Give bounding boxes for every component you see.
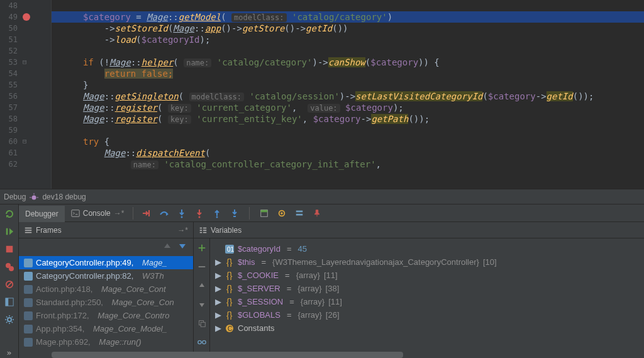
- layout-button[interactable]: [4, 296, 15, 308]
- frame-row[interactable]: Standard.php:250, Mage_Core_Con: [19, 296, 193, 309]
- variable-row[interactable]: ▶ C Constants: [210, 322, 644, 335]
- variable-row[interactable]: ▶ {} $_SESSION = {array} [11]: [210, 295, 644, 308]
- line-number: 54: [0, 68, 21, 79]
- svg-rect-24: [296, 213, 303, 215]
- svg-rect-33: [24, 325, 33, 333]
- variable-row[interactable]: ▶ {} $GLOBALS = {array} [26]: [210, 308, 644, 322]
- param-hint: modelClass:: [231, 13, 286, 22]
- scrollbar-thumb[interactable]: [52, 352, 403, 358]
- keyword: try: [83, 137, 99, 147]
- svg-rect-13: [72, 210, 79, 216]
- fold-icon[interactable]: ⊟: [23, 136, 27, 147]
- variable-type: {W3Themes_Layerednavigationajax_Category…: [272, 257, 479, 267]
- evaluate-icon[interactable]: [258, 208, 270, 219]
- frame-down-button[interactable]: [178, 242, 187, 250]
- step-over-icon[interactable]: [158, 208, 170, 219]
- force-step-into-icon[interactable]: [194, 208, 205, 219]
- variable-suffix: [11]: [324, 271, 338, 280]
- frame-row[interactable]: Action.php:418, Mage_Core_Cont: [19, 282, 193, 296]
- expand-icon[interactable]: ▶: [215, 271, 221, 280]
- frame-location: App.php:354,: [36, 322, 84, 335]
- equals: =: [287, 284, 292, 293]
- expand-icon[interactable]: ▶: [215, 257, 221, 267]
- frames-title: Frames: [36, 226, 62, 235]
- frames-list[interactable]: CategoryController.php:49, Mage_ Categor…: [19, 254, 193, 358]
- tab-console[interactable]: Console →*: [65, 204, 131, 222]
- frame-row[interactable]: CategoryController.php:49, Mage_: [19, 256, 193, 269]
- variable-row[interactable]: ▶ {} $_COOKIE = {array} [11]: [210, 269, 644, 282]
- keyword: if: [83, 57, 94, 67]
- svg-point-7: [9, 266, 14, 271]
- line-number: 58: [0, 113, 21, 125]
- add-watch-icon[interactable]: [196, 242, 208, 254]
- frame-row[interactable]: Mage.php:692, Mage::run(): [19, 335, 193, 349]
- frame-location: Standard.php:250,: [36, 296, 103, 309]
- param-hint: value:: [308, 104, 340, 113]
- variables-header: Variables: [194, 222, 644, 238]
- fold-icon[interactable]: ⊟: [23, 57, 27, 68]
- line-number: 60: [0, 136, 21, 147]
- rerun-button[interactable]: [4, 208, 15, 220]
- horizontal-scrollbar[interactable]: [52, 352, 638, 358]
- variable-name: Constants: [238, 323, 275, 333]
- svg-point-43: [197, 340, 201, 344]
- copy-icon[interactable]: [196, 318, 208, 329]
- expand-icon[interactable]: ▶: [215, 310, 221, 320]
- show-execution-point-icon[interactable]: [141, 208, 152, 219]
- tab-debugger[interactable]: Debugger: [19, 204, 65, 222]
- more-button[interactable]: »: [4, 347, 15, 358]
- php-file-icon: [24, 298, 33, 307]
- settings-button[interactable]: [4, 314, 15, 325]
- class-ref: Mage: [109, 57, 131, 67]
- expand-icon[interactable]: ▶: [215, 284, 221, 293]
- thread-dropdown[interactable]: →*: [177, 226, 188, 235]
- remove-watch-icon[interactable]: [196, 261, 208, 272]
- php-file-icon: [24, 259, 33, 267]
- down-icon[interactable]: [196, 299, 208, 310]
- toggle-icon[interactable]: [294, 208, 305, 219]
- frame-up-button[interactable]: [163, 242, 172, 250]
- svg-rect-34: [24, 338, 33, 347]
- param-hint: name:: [184, 59, 211, 67]
- stop-button[interactable]: [4, 243, 15, 255]
- pin-icon[interactable]: [311, 208, 323, 219]
- glasses-icon[interactable]: [196, 337, 208, 348]
- frame-row[interactable]: App.php:354, Mage_Core_Model_: [19, 322, 193, 335]
- step-out-icon[interactable]: [211, 208, 223, 219]
- frame-row[interactable]: Front.php:172, Mage_Core_Contro: [19, 309, 193, 322]
- variable-row[interactable]: 01 $categoryId = 45: [210, 242, 644, 255]
- svg-point-17: [216, 216, 218, 218]
- line-number: 52: [0, 45, 21, 57]
- step-into-icon[interactable]: [176, 208, 187, 219]
- line-number: 49: [0, 11, 21, 23]
- code-editor[interactable]: 48 49 50 51 52 53⊟ 54 55 56 57 58 59 60⊟…: [0, 0, 644, 189]
- string-literal: 'current_entity_key': [196, 114, 303, 124]
- variable-row[interactable]: ▶ {} $this = {W3Themes_Layerednavigation…: [210, 255, 644, 269]
- view-breakpoints-button[interactable]: [4, 261, 15, 272]
- svg-rect-4: [6, 228, 8, 235]
- expand-icon[interactable]: ▶: [215, 323, 221, 333]
- variable-row[interactable]: ▶ {} $_SERVER = {array} [38]: [210, 282, 644, 295]
- mute-breakpoints-button[interactable]: [4, 279, 15, 290]
- run-to-cursor-icon[interactable]: [229, 208, 240, 219]
- variable: $category: [488, 91, 536, 101]
- tab-arrow: →*: [114, 209, 125, 218]
- class-ref: Mage: [147, 12, 168, 22]
- watch-icon[interactable]: [276, 208, 287, 219]
- svg-rect-11: [5, 298, 8, 306]
- breakpoint-icon[interactable]: [23, 13, 30, 21]
- up-icon[interactable]: [196, 280, 208, 291]
- resume-button[interactable]: [4, 226, 15, 237]
- code-area[interactable]: $category = Mage::getModel( modelClass: …: [52, 0, 644, 189]
- frames-header: Frames →*: [19, 222, 193, 238]
- method-call: getSingleton: [115, 91, 179, 101]
- variable-name: $categoryId: [238, 244, 280, 254]
- svg-text:{}: {}: [226, 311, 233, 320]
- frame-row[interactable]: CategoryController.php:82, W3Th: [19, 269, 193, 282]
- expand-icon[interactable]: ▶: [215, 297, 221, 306]
- method-call: load: [115, 35, 136, 45]
- variables-tree[interactable]: 01 $categoryId = 45 ▶ {} $this = {W3Them…: [210, 238, 644, 358]
- string-literal: 'catalog_controller_category_init_after': [164, 159, 375, 169]
- svg-text:{}: {}: [226, 258, 233, 267]
- string-literal: 'catalog/category': [292, 12, 387, 22]
